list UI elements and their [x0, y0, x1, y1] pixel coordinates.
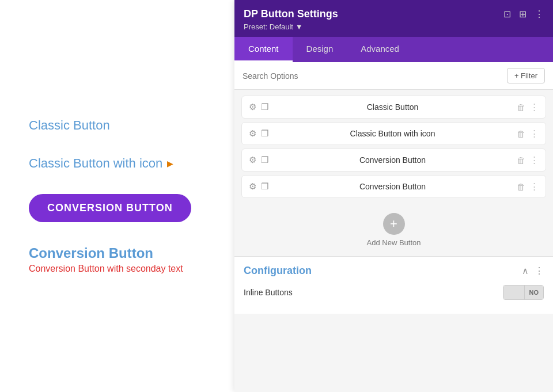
trash-icon[interactable]: 🗑: [517, 182, 525, 192]
add-new-button[interactable]: +: [383, 213, 405, 235]
trash-icon[interactable]: 🗑: [517, 129, 525, 139]
item-label: Conversion Button: [274, 182, 511, 191]
item-label: Classic Button with icon: [274, 129, 511, 138]
inline-buttons-label: Inline Buttons: [244, 288, 293, 297]
settings-panel: DP Button Settings ⊡ ⊞ ⋮ Preset: Default…: [234, 0, 553, 392]
config-header: Configuration ∧ ⋮: [244, 265, 544, 277]
tab-design[interactable]: Design: [293, 37, 347, 62]
copy-icon[interactable]: ❐: [261, 155, 268, 165]
gear-icon[interactable]: ⚙: [249, 102, 256, 112]
filter-button[interactable]: + Filter: [507, 68, 545, 83]
item-actions: 🗑 ⋮: [517, 155, 539, 165]
conversion-button-preview[interactable]: CONVERSION BUTTON: [29, 194, 191, 222]
arrow-icon: ▶: [167, 159, 173, 168]
conversion-button-pill[interactable]: CONVERSION BUTTON: [29, 194, 191, 222]
item-actions: 🗑 ⋮: [517, 128, 539, 139]
conversion-button-group: Conversion Button Conversion Button with…: [29, 245, 183, 274]
toggle-switch[interactable]: NO: [503, 285, 544, 300]
list-item[interactable]: ⚙ ❐ Conversion Button 🗑 ⋮: [241, 175, 546, 198]
copy-icon[interactable]: ❐: [261, 128, 268, 139]
conversion-button-group-label: Conversion Button: [29, 245, 183, 261]
copy-icon[interactable]: ❐: [261, 181, 268, 192]
toggle-off: [503, 286, 524, 299]
item-icons: ⚙ ❐: [249, 102, 268, 112]
config-title: Configuration: [244, 265, 312, 277]
toggle-no-label: NO: [524, 286, 544, 299]
panel-title: DP Button Settings: [244, 8, 338, 20]
item-actions: 🗑 ⋮: [517, 181, 539, 192]
more-icon[interactable]: ⋮: [530, 181, 539, 192]
more-icon[interactable]: ⋮: [530, 128, 539, 139]
classic-button-icon-label[interactable]: Classic Button with icon: [29, 156, 162, 171]
panel-preset[interactable]: Preset: Default ▼: [244, 22, 544, 31]
add-new-label: Add New Button: [367, 238, 421, 247]
tab-advanced[interactable]: Advanced: [347, 37, 413, 62]
item-icons: ⚙ ❐: [249, 128, 268, 139]
classic-button-icon-preview: Classic Button with icon ▶: [29, 156, 173, 171]
more-icon[interactable]: ⋮: [530, 102, 539, 112]
gear-icon[interactable]: ⚙: [249, 181, 256, 192]
config-inline-buttons-row: Inline Buttons NO: [244, 285, 544, 300]
preview-area: Classic Button Classic Button with icon …: [0, 0, 234, 392]
panel-header-icons: ⊡ ⊞ ⋮: [503, 9, 544, 20]
search-input[interactable]: [243, 71, 507, 81]
item-icons: ⚙ ❐: [249, 155, 268, 165]
more-icon[interactable]: ⋮: [530, 155, 539, 165]
gear-icon[interactable]: ⚙: [249, 128, 256, 139]
config-section: Configuration ∧ ⋮ Inline Buttons NO: [234, 256, 553, 314]
item-actions: 🗑 ⋮: [517, 102, 539, 112]
item-label: Classic Button: [274, 102, 511, 112]
item-icons: ⚙ ❐: [249, 181, 268, 192]
conversion-button-secondary-text: Conversion Button with seconday text: [29, 264, 183, 274]
panel-tabs: Content Design Advanced: [234, 37, 553, 62]
add-new-section: + Add New Button: [234, 204, 553, 256]
button-list: ⚙ ❐ Classic Button 🗑 ⋮ ⚙ ❐ Classic Butto…: [234, 90, 553, 204]
more-icon[interactable]: ⋮: [535, 9, 544, 20]
preset-arrow: ▼: [296, 22, 303, 31]
classic-button-label[interactable]: Classic Button: [29, 118, 110, 132]
list-item[interactable]: ⚙ ❐ Conversion Button 🗑 ⋮: [241, 149, 546, 172]
list-item[interactable]: ⚙ ❐ Classic Button 🗑 ⋮: [241, 96, 546, 119]
columns-icon[interactable]: ⊞: [519, 9, 527, 20]
tab-content[interactable]: Content: [234, 37, 293, 62]
trash-icon[interactable]: 🗑: [517, 102, 525, 112]
panel-title-row: DP Button Settings ⊡ ⊞ ⋮: [244, 8, 544, 20]
preset-label: Preset: Default: [244, 22, 293, 31]
list-item[interactable]: ⚙ ❐ Classic Button with icon 🗑 ⋮: [241, 122, 546, 145]
item-label: Conversion Button: [274, 155, 511, 165]
trash-icon[interactable]: 🗑: [517, 155, 525, 165]
config-more-icon[interactable]: ⋮: [535, 265, 544, 276]
gear-icon[interactable]: ⚙: [249, 155, 256, 165]
collapse-icon[interactable]: ∧: [522, 265, 529, 276]
search-bar: + Filter: [234, 62, 553, 90]
classic-button-preview[interactable]: Classic Button: [29, 118, 110, 133]
copy-icon[interactable]: ❐: [261, 102, 268, 112]
panel-header: DP Button Settings ⊡ ⊞ ⋮ Preset: Default…: [234, 0, 553, 37]
config-header-icons: ∧ ⋮: [522, 265, 544, 276]
target-icon[interactable]: ⊡: [503, 9, 511, 20]
